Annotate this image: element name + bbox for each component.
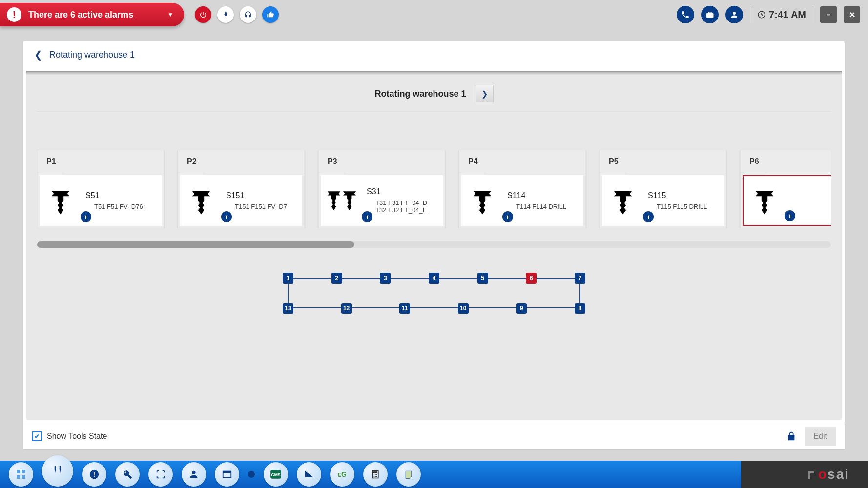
eg-icon: EG xyxy=(338,470,347,478)
position-card[interactable]: P4 i S114 T114 F114 DRILL_ xyxy=(459,150,586,228)
taskbar-bounds-button[interactable] xyxy=(148,462,173,487)
tool-name: S114 xyxy=(507,191,579,200)
next-warehouse-button[interactable]: ❯ xyxy=(476,85,494,102)
info-button[interactable]: i xyxy=(362,211,372,222)
svg-text:CMS: CMS xyxy=(271,472,280,477)
position-card[interactable]: P3 i S31 T31 F31 FT_04_DT32 F32 FT_04_L xyxy=(318,150,445,228)
position-card[interactable]: P5 i S115 T115 F115 DRILL_ xyxy=(599,150,726,228)
taskbar-monitor-button[interactable] xyxy=(297,462,321,487)
checkbox-icon: ✔ xyxy=(32,431,42,441)
user-icon xyxy=(730,10,739,19)
minimize-button[interactable]: － xyxy=(820,6,837,23)
scrollbar-thumb[interactable] xyxy=(37,241,354,248)
map-node[interactable]: 2 xyxy=(331,273,342,284)
info-button[interactable]: i xyxy=(785,210,795,221)
power-icon xyxy=(199,11,207,19)
show-tools-state-checkbox[interactable]: ✔ Show Tools State xyxy=(32,431,107,441)
map-node[interactable]: 6 xyxy=(526,273,537,284)
taskbar: ! CMS EG osai xyxy=(0,461,868,488)
alarm-dropdown[interactable]: ! There are 6 active alarms ▼ xyxy=(0,3,184,26)
position-slot-label: P5 xyxy=(600,150,627,173)
user-button[interactable] xyxy=(725,6,743,23)
svg-rect-12 xyxy=(373,471,377,473)
headset-button[interactable] xyxy=(240,6,256,23)
edit-button[interactable]: Edit xyxy=(805,427,836,446)
map-node[interactable]: 11 xyxy=(399,303,410,314)
position-body: i xyxy=(743,175,831,226)
taskbar-user-button[interactable] xyxy=(182,462,206,487)
map-node[interactable]: 5 xyxy=(477,273,488,284)
tool-line: T115 F115 DRILL_ xyxy=(657,203,720,210)
close-button[interactable]: ✕ xyxy=(844,6,860,23)
power-button[interactable] xyxy=(195,6,211,23)
taskbar-tools-button[interactable] xyxy=(42,455,73,487)
warehouse-body: Rotating warehouse 1 ❯ P1 i S51 T51 F51 … xyxy=(26,71,842,420)
horizontal-scrollbar[interactable] xyxy=(37,241,831,248)
map-node[interactable]: 1 xyxy=(283,273,293,284)
back-button[interactable]: ❮ xyxy=(34,49,42,61)
drills-icon xyxy=(50,464,65,478)
position-card[interactable]: P6 i xyxy=(740,150,831,228)
map-node[interactable]: 3 xyxy=(380,273,391,284)
cms-icon: CMS xyxy=(269,468,282,481)
info-button[interactable]: i xyxy=(502,211,513,222)
tool-meta: S114 T114 F114 DRILL_ xyxy=(507,191,579,210)
info-button[interactable]: i xyxy=(643,211,654,222)
taskbar-eg-button[interactable]: EG xyxy=(330,462,354,487)
info-button[interactable]: i xyxy=(221,211,232,222)
thumbs-up-button[interactable] xyxy=(262,6,279,23)
positions-row: P1 i S51 T51 F51 FV_D76_ P2 i S151 T151 … xyxy=(37,150,831,228)
map-node[interactable]: 8 xyxy=(575,303,585,314)
footer-right: Edit xyxy=(786,427,836,446)
taskbar-calculator-button[interactable] xyxy=(363,462,388,487)
svg-rect-8 xyxy=(223,471,231,473)
tool-line: T51 F51 FV_D76_ xyxy=(94,203,158,210)
clock: 7:41 AM xyxy=(757,9,806,20)
position-body: i S114 T114 F114 DRILL_ xyxy=(461,175,583,226)
drill-icon xyxy=(465,183,499,218)
wrench-icon xyxy=(122,469,133,480)
taskbar-alerts-button[interactable]: ! xyxy=(82,462,106,487)
phone-button[interactable] xyxy=(677,6,694,23)
tool-meta: S115 T115 F115 DRILL_ xyxy=(648,191,720,210)
position-card[interactable]: P2 i S151 T151 F151 FV_D7 xyxy=(178,150,305,228)
position-card[interactable]: P1 i S51 T51 F51 FV_D76_ xyxy=(37,150,164,228)
position-slot-label: P6 xyxy=(741,150,767,173)
top-bar: ! There are 6 active alarms ▼ 7:41 AM xyxy=(0,0,868,29)
position-slot-label: P4 xyxy=(459,150,486,173)
user-icon xyxy=(188,469,199,480)
position-body: i S31 T31 F31 FT_04_DT32 F32 FT_04_L xyxy=(321,175,443,226)
map-node[interactable]: 4 xyxy=(429,273,439,284)
map-node[interactable]: 12 xyxy=(341,303,352,314)
map-node[interactable]: 10 xyxy=(458,303,469,314)
drill-icon xyxy=(184,183,218,218)
breadcrumb: ❮ Rotating warehouse 1 xyxy=(23,41,845,68)
divider xyxy=(750,6,750,23)
taskbar-notes-button[interactable] xyxy=(396,462,421,487)
breadcrumb-title: Rotating warehouse 1 xyxy=(49,50,135,60)
info-button[interactable]: i xyxy=(81,211,91,222)
map-node[interactable]: 9 xyxy=(516,303,527,314)
toolbox-button[interactable] xyxy=(701,6,719,23)
map-node[interactable]: 7 xyxy=(575,273,585,284)
taskbar-cms-button[interactable]: CMS xyxy=(264,462,288,487)
taskbar-window-button[interactable] xyxy=(215,462,239,487)
tool-meta: S51 T51 F51 FV_D76_ xyxy=(85,191,158,210)
phone-icon xyxy=(681,10,690,19)
svg-rect-1 xyxy=(17,470,20,473)
svg-point-15 xyxy=(376,474,377,475)
window-icon xyxy=(222,469,232,480)
carousel-map: 12345671312111098 xyxy=(283,271,585,315)
brand-logo: osai xyxy=(806,467,859,482)
tool-meta: S31 T31 F31 FT_04_DT32 F32 FT_04_L xyxy=(367,187,439,214)
position-body: i S151 T151 F151 FV_D7 xyxy=(180,175,302,226)
toolbox-icon xyxy=(705,10,714,19)
map-node[interactable]: 13 xyxy=(283,303,293,314)
position-slot-label: P2 xyxy=(178,150,205,173)
tool-name: S51 xyxy=(85,191,158,200)
taskbar-wrench-button[interactable] xyxy=(115,462,140,487)
drill-icon xyxy=(606,183,640,218)
fire-button[interactable] xyxy=(217,6,234,23)
notes-icon xyxy=(404,469,413,479)
taskbar-apps-button[interactable] xyxy=(9,462,33,487)
